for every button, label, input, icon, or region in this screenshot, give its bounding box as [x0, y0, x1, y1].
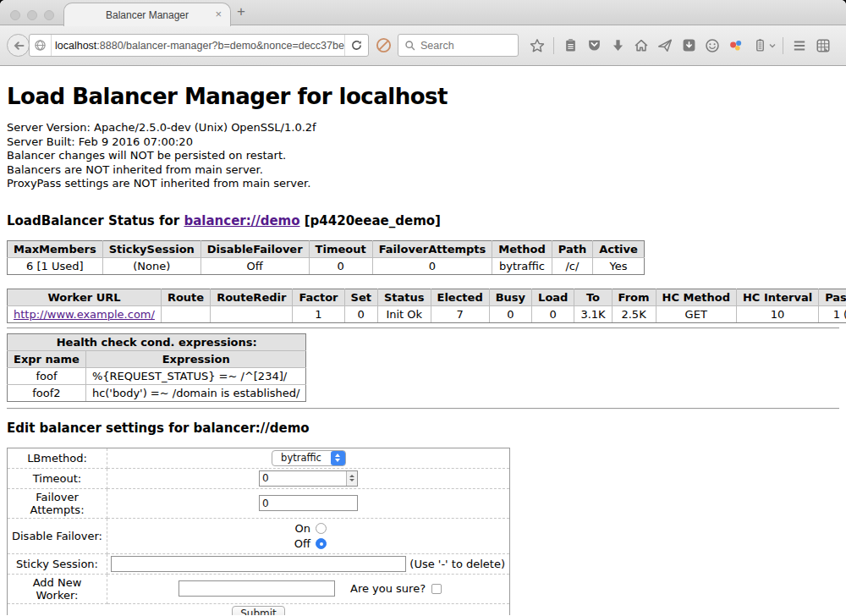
lbmethod-select[interactable]: bytraffic — [272, 450, 346, 466]
square-down-arrow-icon — [682, 38, 696, 52]
lbmethod-label: LBmethod: — [8, 448, 107, 468]
failover-attempts-row: Failover Attempts: 0 — [8, 488, 510, 518]
persist-note-line: Balancer changes will NOT be persisted o… — [7, 149, 839, 163]
sticky-session-label: Sticky Session: — [8, 553, 107, 574]
status-heading-prefix: LoadBalancer Status for — [7, 213, 184, 228]
col-timeout: Timeout — [309, 240, 372, 257]
server-info: Server Version: Apache/2.5.0-dev (Unix) … — [7, 121, 839, 191]
pocket-button[interactable] — [582, 34, 606, 58]
table-header-row: Expr name Expression — [8, 350, 306, 367]
failover-attempts-input[interactable]: 0 — [259, 495, 358, 511]
tab-bar: Balancer Manager × + — [0, 0, 846, 25]
table-row: 6 [1 Used] (None) Off 0 0 bytraffic /c/ … — [8, 257, 645, 274]
menu-button[interactable] — [788, 34, 811, 58]
pocket-icon — [587, 38, 602, 52]
inherit-note-line: Balancers are NOT inherited from main se… — [7, 163, 839, 178]
edit-settings-heading: Edit balancer settings for balancer://de… — [7, 421, 839, 436]
globe-icon[interactable] — [30, 35, 52, 56]
failover-attempts-value: 0 — [262, 498, 269, 509]
tab-balancer-manager[interactable]: Balancer Manager × — [63, 3, 231, 26]
send-tab-button[interactable] — [653, 34, 677, 58]
zoom-window-button[interactable] — [44, 10, 54, 20]
proxypass-note-line: ProxyPass settings are NOT inherited fro… — [7, 177, 839, 191]
minimize-window-button[interactable] — [27, 10, 37, 20]
color-dots-icon — [728, 38, 744, 53]
status-heading-suffix: [p4420eeae_demo] — [300, 213, 441, 228]
are-you-sure-label: Are you sure? — [350, 582, 426, 595]
health-check-table: Health check cond. expressions: Expr nam… — [7, 333, 306, 402]
url-path: :8880/balancer-manager?b=demo&nonce=decc… — [96, 40, 344, 52]
timeout-label: Timeout: — [8, 468, 107, 488]
sticky-session-input[interactable] — [111, 556, 406, 572]
timeout-row: Timeout: 0 — [8, 468, 510, 488]
home-icon — [634, 38, 649, 53]
submit-button[interactable]: Submit — [232, 606, 285, 615]
col-expr-name: Expr name — [8, 350, 86, 367]
toolbar-separator — [783, 37, 783, 54]
feedback-button[interactable] — [700, 34, 724, 58]
divider — [7, 408, 839, 410]
reload-icon — [350, 39, 363, 52]
failover-attempts-label: Failover Attempts: — [8, 488, 107, 518]
page-title: Load Balancer Manager for localhost — [7, 84, 839, 109]
lbmethod-selected-value: bytraffic — [272, 452, 331, 464]
timeout-input[interactable]: 0 — [259, 470, 358, 487]
server-built-line: Server Built: Feb 9 2016 07:00:20 — [7, 135, 839, 150]
clipboard-icon — [563, 38, 578, 52]
disable-failover-row: Disable Failover: On Off — [8, 518, 510, 553]
tab-grid-button[interactable] — [811, 34, 835, 58]
table-header-row: MaxMembers StickySession DisableFailover… — [8, 240, 645, 257]
downloads-button[interactable] — [606, 34, 629, 58]
bookmark-star-button[interactable] — [525, 34, 549, 58]
close-window-button[interactable] — [10, 10, 20, 20]
tab-grid-icon — [816, 38, 831, 53]
dropdown-caret-icon[interactable] — [768, 41, 777, 50]
reload-button[interactable] — [344, 35, 368, 56]
window-controls[interactable] — [10, 10, 54, 20]
balancer-demo-link[interactable]: balancer://demo — [184, 213, 299, 228]
col-path: Path — [552, 240, 592, 257]
col-maxmembers: MaxMembers — [8, 240, 103, 257]
search-placeholder: Search — [420, 40, 454, 52]
new-tab-button[interactable]: + — [237, 3, 245, 20]
timeout-value: 0 — [262, 472, 269, 484]
sticky-session-row: Sticky Session: (Use '-' to delete) — [8, 553, 510, 574]
table-row: foof %{REQUEST_STATUS} =~ /^[234]/ — [8, 367, 306, 384]
back-button[interactable] — [7, 34, 30, 57]
col-failoverattempts: FailoverAttempts — [372, 240, 492, 257]
col-expression: Expression — [85, 350, 306, 367]
health-table-title: Health check cond. expressions: — [8, 333, 306, 350]
add-worker-label: Add New Worker: — [8, 574, 107, 603]
radio-on-label: On — [290, 522, 310, 535]
col-method: Method — [492, 240, 552, 257]
extension-dots-button[interactable] — [724, 34, 748, 58]
url-bar[interactable]: localhost:8880/balancer-manager?b=demo&n… — [29, 34, 369, 57]
blocked-image-icon — [376, 37, 392, 53]
home-button[interactable] — [629, 34, 653, 58]
reading-list-button[interactable] — [558, 34, 582, 58]
divider — [7, 327, 839, 329]
disable-failover-on-radio[interactable] — [316, 523, 327, 534]
balancer-settings-form: LBmethod: bytraffic Timeout: 0 — [7, 448, 510, 615]
col-active: Active — [593, 240, 645, 257]
download-arrow-icon — [611, 38, 625, 52]
toolbar-separator — [553, 37, 554, 54]
search-input[interactable]: Search — [398, 34, 519, 57]
disable-failover-off-radio[interactable] — [316, 538, 327, 549]
save-page-button[interactable] — [677, 34, 700, 58]
select-stepper-icon — [331, 451, 345, 465]
number-spinner-icon[interactable] — [346, 471, 357, 486]
search-icon — [404, 40, 416, 52]
tab-close-icon[interactable]: × — [215, 8, 222, 20]
disable-failover-label: Disable Failover: — [8, 518, 107, 553]
worker-status-table: Worker URL Route RouteRedir Factor Set S… — [7, 289, 846, 323]
tab-title: Balancer Manager — [106, 9, 189, 21]
worker-url-link[interactable]: http://www.example.com/ — [14, 308, 155, 321]
add-worker-input[interactable] — [179, 580, 335, 597]
sidebar-clipboard-icon — [753, 38, 767, 52]
are-you-sure-checkbox[interactable] — [431, 584, 442, 594]
col-stickysession: StickySession — [102, 240, 201, 257]
image-blocked-button[interactable] — [371, 34, 395, 58]
url-input[interactable]: localhost:8880/balancer-manager?b=demo&n… — [52, 40, 344, 52]
lbmethod-row: LBmethod: bytraffic — [8, 448, 510, 468]
